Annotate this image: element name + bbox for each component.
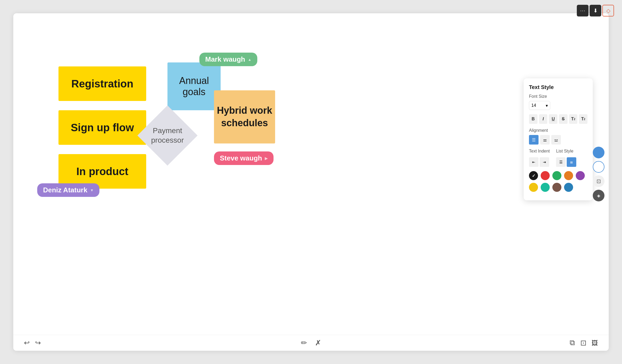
right-tools: ⊡ ◈	[593, 147, 604, 201]
list-buttons: ☰ ≣	[556, 157, 576, 167]
subscript-button[interactable]: T2	[579, 114, 587, 124]
bottom-toolbar: ↩ ↪ ✏ ✗ ⧉ ⊡ 🖼	[13, 335, 609, 351]
top-toolbar: ⋯ ⬇ ◇	[577, 5, 614, 16]
more-button[interactable]: ⋯	[577, 5, 589, 16]
tool-frame[interactable]: ⊡	[593, 175, 604, 187]
cursor-indicator-2: ▶	[265, 156, 268, 160]
cursor-indicator-3: ▼	[90, 188, 94, 192]
unordered-list-button[interactable]: ☰	[556, 157, 566, 167]
text-style-panel: Text Style Font Size 14 ▾ B I U S T2 T2 …	[524, 78, 593, 200]
indent-increase-button[interactable]: ⇥	[540, 157, 549, 167]
ordered-list-button[interactable]: ≣	[567, 157, 576, 167]
list-style-section: List Style ☰ ≣	[556, 149, 576, 167]
tool-solid-circle[interactable]	[593, 147, 604, 158]
align-center-button[interactable]: ⚌	[540, 135, 550, 145]
color-purple[interactable]	[576, 171, 585, 180]
copy-button[interactable]: ⧉	[570, 338, 575, 347]
mark-waugh-tag[interactable]: Mark waugh ▲	[199, 53, 257, 66]
colors-row-1	[529, 171, 587, 180]
pen-button[interactable]: ✏	[301, 338, 307, 347]
alignment-label: Alignment	[529, 128, 587, 133]
cursor-indicator: ▲	[248, 57, 251, 62]
color-orange[interactable]	[564, 171, 573, 180]
payment-processor-diamond[interactable]: Payment processor	[141, 109, 194, 162]
text-indent-label: Text Indent	[529, 149, 550, 154]
bottom-right-tools: ⧉ ⊡ 🖼	[570, 338, 598, 347]
color-green[interactable]	[552, 171, 561, 180]
chevron-down-icon: ▾	[546, 103, 548, 108]
crop-button[interactable]: ⊡	[580, 338, 586, 347]
underline-button[interactable]: U	[549, 114, 557, 124]
font-size-label: Font Size	[529, 94, 587, 99]
canvas: Registration Sign up flow In product Ann…	[13, 13, 609, 351]
hybrid-work-card[interactable]: Hybrid work schedules	[214, 90, 275, 143]
list-style-label: List Style	[556, 149, 576, 154]
indent-decrease-button[interactable]: ⇤	[529, 157, 539, 167]
font-size-row: 14 ▾	[529, 101, 587, 110]
registration-card[interactable]: Registration	[58, 66, 146, 101]
tool-layers[interactable]: ◈	[593, 190, 604, 201]
redo-button[interactable]: ↪	[35, 339, 41, 347]
color-blue[interactable]	[564, 183, 573, 192]
font-size-select[interactable]: 14 ▾	[529, 101, 550, 110]
image-button[interactable]: 🖼	[592, 338, 598, 347]
align-left-button[interactable]: ☰	[529, 135, 539, 145]
alignment-row: ☰ ⚌ ⚍	[529, 135, 587, 145]
colors-row-2	[529, 183, 587, 192]
strikethrough-button[interactable]: S	[559, 114, 568, 124]
undo-button[interactable]: ↩	[24, 339, 30, 347]
indent-buttons: ⇤ ⇥	[529, 157, 550, 167]
steve-waugh-tag[interactable]: Steve waugh ▶	[214, 151, 274, 165]
download-button[interactable]: ⬇	[590, 5, 601, 16]
color-brown[interactable]	[552, 183, 561, 192]
deniz-ataturk-tag[interactable]: Deniz Ataturk ▼	[37, 183, 99, 197]
color-red[interactable]	[541, 171, 550, 180]
bottom-center-tools: ✏ ✗	[301, 338, 321, 347]
annual-goals-card[interactable]: Annual goals	[167, 62, 221, 110]
eraser-button[interactable]: ✗	[315, 338, 321, 347]
format-buttons-row: B I U S T2 T2	[529, 114, 587, 124]
color-yellow[interactable]	[529, 183, 538, 192]
tool-outline-circle[interactable]	[593, 161, 604, 173]
italic-button[interactable]: I	[539, 114, 548, 124]
canvas-content[interactable]: Registration Sign up flow In product Ann…	[13, 13, 609, 335]
bold-button[interactable]: B	[529, 114, 537, 124]
bottom-left-tools: ↩ ↪	[24, 339, 41, 347]
align-right-button[interactable]: ⚍	[551, 135, 561, 145]
text-indent-section: Text Indent ⇤ ⇥	[529, 149, 550, 167]
color-teal[interactable]	[541, 183, 550, 192]
eraser-mode-button[interactable]: ◇	[602, 5, 614, 16]
indent-list-row: Text Indent ⇤ ⇥ List Style ☰ ≣	[529, 149, 587, 167]
panel-title: Text Style	[529, 84, 587, 90]
color-black[interactable]	[529, 171, 538, 180]
superscript-button[interactable]: T2	[569, 114, 578, 124]
signup-card[interactable]: Sign up flow	[58, 110, 146, 145]
